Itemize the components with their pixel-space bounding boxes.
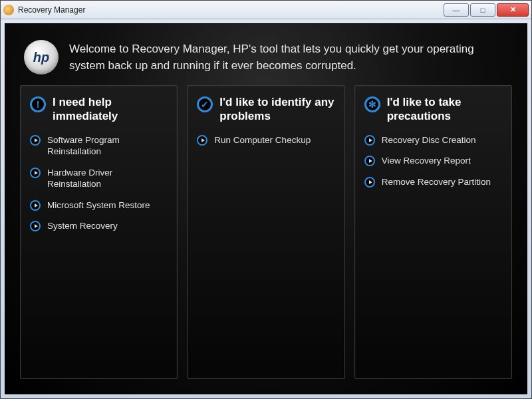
check-icon: ✓ xyxy=(197,96,213,112)
maximize-button[interactable]: □ xyxy=(470,3,495,17)
welcome-text: Welcome to Recovery Manager, HP's tool t… xyxy=(69,40,508,74)
play-icon xyxy=(30,200,41,211)
window-title: Recovery Manager xyxy=(18,5,442,15)
item-view-report[interactable]: View Recovery Report xyxy=(364,155,502,167)
item-label: View Recovery Report xyxy=(382,155,471,167)
item-list: Run Computer Checkup xyxy=(197,134,334,146)
card-title: I'd like to identify any problems xyxy=(219,95,334,124)
item-label: Recovery Disc Creation xyxy=(382,134,476,146)
play-icon xyxy=(30,221,41,231)
card-head: ✻ I'd like to take precautions xyxy=(364,95,502,124)
header: hp Welcome to Recovery Manager, HP's too… xyxy=(20,40,512,74)
item-label: Hardware Driver Reinstallation xyxy=(47,167,168,190)
app-icon xyxy=(3,5,14,15)
item-label: System Recovery xyxy=(47,220,118,232)
item-label: Remove Recovery Partition xyxy=(382,176,491,188)
card-title: I need help immediately xyxy=(53,95,168,124)
gear-icon: ✻ xyxy=(364,96,380,112)
item-system-recovery[interactable]: System Recovery xyxy=(30,220,168,232)
item-driver-reinstall[interactable]: Hardware Driver Reinstallation xyxy=(30,167,168,190)
app-window: Recovery Manager — □ ✕ hp Welcome to Rec… xyxy=(0,0,532,399)
alert-icon: ! xyxy=(30,96,46,112)
window-controls: — □ ✕ xyxy=(442,3,529,17)
item-system-restore[interactable]: Microsoft System Restore xyxy=(30,200,168,211)
play-icon xyxy=(364,177,375,188)
play-icon xyxy=(364,156,375,166)
hp-logo-icon: hp xyxy=(24,40,59,74)
minimize-button[interactable]: — xyxy=(444,3,469,17)
titlebar[interactable]: Recovery Manager — □ ✕ xyxy=(1,1,531,19)
item-label: Run Computer Checkup xyxy=(214,134,311,146)
card-head: ✓ I'd like to identify any problems xyxy=(197,95,334,124)
play-icon xyxy=(197,135,207,146)
item-label: Microsoft System Restore xyxy=(47,200,150,211)
play-icon xyxy=(364,135,375,146)
card-help-immediately: ! I need help immediately Software Progr… xyxy=(20,85,178,379)
item-label: Software Program Reinstallation xyxy=(47,134,168,158)
item-recovery-disc[interactable]: Recovery Disc Creation xyxy=(364,134,502,146)
columns: ! I need help immediately Software Progr… xyxy=(20,85,512,379)
item-list: Software Program Reinstallation Hardware… xyxy=(30,134,168,232)
item-list: Recovery Disc Creation View Recovery Rep… xyxy=(364,134,502,188)
play-icon xyxy=(30,168,41,178)
close-button[interactable]: ✕ xyxy=(497,3,529,17)
card-identify-problems: ✓ I'd like to identify any problems Run … xyxy=(187,85,344,379)
client-area: hp Welcome to Recovery Manager, HP's too… xyxy=(5,23,527,394)
item-software-reinstall[interactable]: Software Program Reinstallation xyxy=(30,134,168,158)
item-remove-partition[interactable]: Remove Recovery Partition xyxy=(364,176,502,188)
play-icon xyxy=(30,135,41,146)
card-take-precautions: ✻ I'd like to take precautions Recovery … xyxy=(354,85,512,379)
card-title: I'd like to take precautions xyxy=(387,95,502,124)
item-run-checkup[interactable]: Run Computer Checkup xyxy=(197,134,334,146)
card-head: ! I need help immediately xyxy=(30,95,168,124)
